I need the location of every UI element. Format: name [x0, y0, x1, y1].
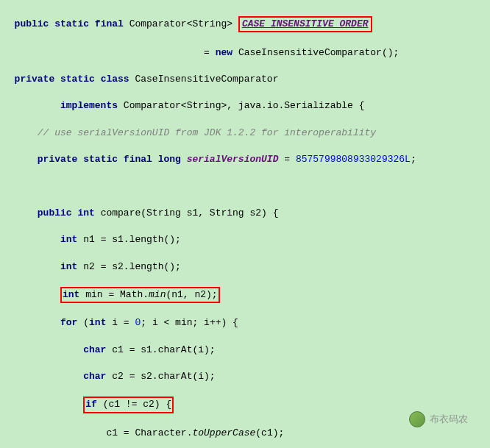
text: (c1); [255, 427, 284, 438]
text: ; [411, 154, 416, 165]
text: = [278, 154, 295, 165]
text: = [204, 47, 216, 58]
text: i = [112, 317, 135, 328]
text: CaseInsensitiveComparator(); [238, 47, 399, 58]
code-line: public int compare(String s1, String s2)… [0, 207, 490, 220]
text: c2 = s2.charAt(i); [112, 371, 215, 382]
keyword: char [83, 344, 112, 355]
keyword: public static final [15, 18, 129, 29]
comment: // use serialVersionUID from JDK 1.2.2 f… [38, 127, 376, 138]
code-line: // use serialVersionUID from JDK 1.2.2 f… [0, 127, 490, 140]
text: c1 = s1.charAt(i); [112, 344, 215, 355]
code-line: = new CaseInsensitiveComparator(); [0, 46, 490, 60]
keyword: char [83, 371, 112, 382]
text: compare(String s1, String s2) { [101, 207, 279, 218]
code-line: public static final Comparator<String> C… [0, 16, 490, 32]
code-line: char c2 = s2.charAt(i); [0, 370, 490, 383]
highlight-box-field: CASE_INSENSITIVE_ORDER [238, 16, 372, 32]
watermark: 布衣码农 [409, 411, 468, 427]
code-line [0, 179, 490, 193]
text: ( [83, 317, 89, 328]
keyword: public int [38, 207, 101, 218]
keyword: if [85, 399, 97, 410]
code-line: implements Comparator<String>, java.io.S… [0, 99, 490, 113]
keyword: private static final long [38, 154, 187, 165]
watermark-icon [409, 411, 425, 427]
keyword: new [216, 47, 238, 58]
code-block: public static final Comparator<String> C… [0, 0, 490, 448]
keyword: private static class [15, 74, 135, 85]
keyword: int [63, 289, 79, 300]
text: (n1, n2); [166, 289, 217, 300]
text: min = Math. [79, 289, 149, 300]
code-line: private static final long serialVersionU… [0, 153, 490, 166]
keyword: int [60, 261, 83, 272]
code-line: for (int i = 0; i < min; i++) { [0, 316, 490, 330]
keyword: int [60, 234, 83, 245]
text: ; i < min; i++) { [141, 317, 238, 328]
text: c1 = Character. [106, 427, 192, 438]
highlight-box: int min = Math.min(n1, n2); [60, 287, 220, 303]
code-line: char c1 = s1.charAt(i); [0, 344, 490, 357]
highlight-box: if (c1 != c2) { [83, 397, 174, 413]
number: 8575799808933029326L [296, 154, 411, 165]
class-name: CaseInsensitiveComparator [135, 74, 278, 85]
code-line: c1 = Character.toUpperCase(c1); [0, 427, 490, 440]
code-line: int n2 = s2.length(); [0, 260, 490, 274]
keyword: implements [60, 100, 124, 111]
code-line: int n1 = s1.length(); [0, 233, 490, 246]
code-line: int min = Math.min(n1, n2); [0, 287, 490, 303]
keyword: for [60, 317, 83, 328]
code-line: private static class CaseInsensitiveComp… [0, 73, 490, 86]
field-name: serialVersionUID [187, 154, 279, 165]
text: (c1 != c2) { [97, 399, 171, 410]
static-method: toUpperCase [192, 427, 255, 438]
type-text: Comparator<String> [129, 18, 238, 29]
text: Comparator<String>, java.io.Serializable… [124, 100, 365, 111]
keyword: int [89, 317, 112, 328]
text: n1 = s1.length(); [83, 234, 181, 245]
text: n2 = s2.length(); [83, 261, 181, 272]
watermark-text: 布衣码农 [430, 413, 468, 426]
static-method: min [149, 289, 166, 300]
